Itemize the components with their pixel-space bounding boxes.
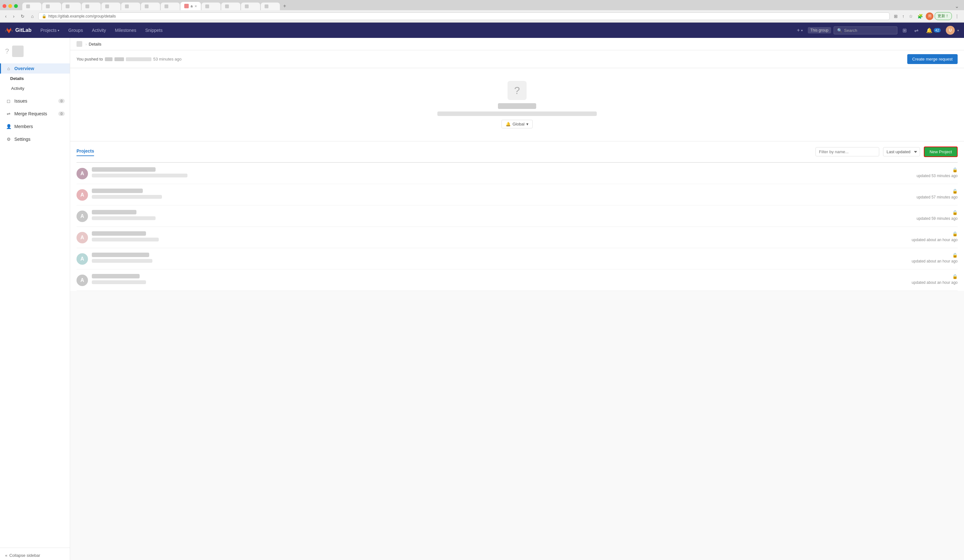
create-new-button[interactable]: + ▾ xyxy=(795,26,805,34)
browser-tab[interactable] xyxy=(22,3,41,10)
sidebar-item-activity[interactable]: Activity xyxy=(0,83,70,93)
profile-icon[interactable]: 用 xyxy=(926,12,933,20)
tabs-overflow-button[interactable]: ⌄ xyxy=(955,3,961,9)
create-merge-request-button[interactable]: Create merge request xyxy=(907,54,957,64)
new-tab-button[interactable]: + xyxy=(280,2,288,10)
browser-tab[interactable] xyxy=(141,3,160,10)
push-info: You pushed to 53 minutes ago xyxy=(77,57,182,62)
project-info xyxy=(92,253,908,263)
sidebar-members-section: 👤 Members xyxy=(0,120,70,133)
project-list: A 🔒 updated 53 minutes ago A xyxy=(77,163,957,291)
new-project-button[interactable]: New Project xyxy=(924,146,957,157)
reload-button[interactable]: ↻ xyxy=(19,13,26,19)
browser-tab[interactable] xyxy=(241,3,260,10)
project-updated-time: updated 53 minutes ago xyxy=(917,174,957,178)
collapse-sidebar-button[interactable]: « Collapse sidebar xyxy=(5,553,40,558)
collapse-icon: « xyxy=(5,553,7,558)
search-icon: 🔍 xyxy=(837,28,842,33)
app-layout: ? ⌂ Overview Details Activity ◻ Issues 0 xyxy=(0,38,964,560)
user-menu-arrow[interactable]: ▾ xyxy=(957,29,959,32)
nav-snippets[interactable]: Snippets xyxy=(141,25,166,35)
main-content: › Details You pushed to 53 minutes ago C… xyxy=(70,38,964,560)
nav-milestones[interactable]: Milestones xyxy=(111,25,140,35)
menu-icon[interactable]: ⋮ xyxy=(953,13,961,20)
lock-icon: 🔒 xyxy=(952,188,957,194)
browser-tab[interactable] xyxy=(202,3,221,10)
nav-projects[interactable]: Projects ▾ xyxy=(37,25,64,35)
sidebar-bottom: « Collapse sidebar xyxy=(0,547,70,560)
notifications-button[interactable]: 🔔 42 xyxy=(923,26,943,35)
projects-section: Projects Last updated Name Created New P… xyxy=(70,141,964,291)
project-avatar: A xyxy=(77,253,88,265)
project-name-redacted xyxy=(92,231,146,236)
update-button[interactable]: 更新！ xyxy=(935,12,952,20)
sidebar-item-merge-requests[interactable]: ⇌ Merge Requests 0 xyxy=(0,109,70,119)
forward-button[interactable]: › xyxy=(11,13,16,19)
extension-icon[interactable]: 🧩 xyxy=(916,13,925,20)
project-list-item: A 🔒 updated about an hour ago xyxy=(77,248,957,269)
sort-select[interactable]: Last updated Name Created xyxy=(883,147,920,156)
translate-icon[interactable]: ⊞ xyxy=(892,13,899,20)
close-tab-icon[interactable]: ✕ xyxy=(194,5,197,8)
browser-chrome: a ✕ + ⌄ ‹ › ↻ ⌂ 🔒 https://gitlab.example… xyxy=(0,0,964,23)
sidebar-item-members[interactable]: 👤 Members xyxy=(0,122,70,131)
home-button[interactable]: ⌂ xyxy=(29,13,35,19)
bookmark-icon[interactable]: ☆ xyxy=(907,13,915,20)
push-notification-bar: You pushed to 53 minutes ago Create merg… xyxy=(70,50,964,68)
sidebar-item-overview[interactable]: ⌂ Overview xyxy=(0,63,70,73)
header-right: + ▾ This group 🔍 Search ⊞ ⇌ 🔔 42 U ▾ xyxy=(795,26,959,35)
browser-tab[interactable] xyxy=(221,3,240,10)
nav-activity[interactable]: Activity xyxy=(88,25,110,35)
close-window-button[interactable] xyxy=(3,4,7,8)
active-browser-tab[interactable]: a ✕ xyxy=(181,2,201,10)
layout-toggle-button[interactable]: ⊞ xyxy=(900,26,909,35)
sidebar-user-area: ? xyxy=(0,43,70,62)
lock-icon: 🔒 xyxy=(952,253,957,258)
project-avatar: A xyxy=(77,168,88,179)
lock-icon: 🔒 xyxy=(952,231,957,236)
gitlab-logo-icon xyxy=(5,26,13,34)
address-bar[interactable]: 🔒 https://gitlab.example.com/group/detai… xyxy=(38,12,890,20)
browser-tab[interactable] xyxy=(42,3,61,10)
group-scope-label: This group xyxy=(808,27,831,34)
project-list-item: A 🔒 updated 57 minutes ago xyxy=(77,184,957,206)
back-button[interactable]: ‹ xyxy=(3,13,8,19)
group-info-section: ? 🔔 Global ▾ xyxy=(70,68,964,141)
branch-name xyxy=(126,57,151,61)
chevron-down-icon: ▾ xyxy=(58,29,59,32)
browser-tab[interactable] xyxy=(101,3,120,10)
browser-tab[interactable] xyxy=(62,3,81,10)
minimize-window-button[interactable] xyxy=(8,4,12,8)
project-name-redacted xyxy=(92,167,156,172)
notification-setting-button[interactable]: 🔔 Global ▾ xyxy=(502,120,533,128)
projects-tab[interactable]: Projects xyxy=(77,148,94,156)
sidebar: ? ⌂ Overview Details Activity ◻ Issues 0 xyxy=(0,38,70,560)
project-avatar: A xyxy=(77,189,88,201)
sidebar-mr-section: ⇌ Merge Requests 0 xyxy=(0,107,70,120)
browser-tab[interactable] xyxy=(261,3,280,10)
project-info xyxy=(92,210,913,220)
merge-requests-icon: ⇌ xyxy=(6,111,11,116)
bell-icon: 🔔 xyxy=(506,122,511,127)
sidebar-settings-section: ⚙ Settings xyxy=(0,133,70,146)
breadcrumb: › Details xyxy=(70,38,964,50)
browser-tab[interactable] xyxy=(121,3,140,10)
gitlab-logo[interactable]: GitLab xyxy=(5,26,31,34)
share-icon[interactable]: ↑ xyxy=(900,13,906,20)
user-avatar[interactable]: U xyxy=(946,26,955,35)
merge-requests-header-button[interactable]: ⇌ xyxy=(912,26,921,35)
project-name-redacted xyxy=(92,188,143,193)
sidebar-item-settings[interactable]: ⚙ Settings xyxy=(0,134,70,144)
sidebar-item-details[interactable]: Details xyxy=(0,73,70,83)
browser-tab[interactable] xyxy=(81,3,101,10)
search-bar[interactable]: 🔍 Search xyxy=(834,26,897,34)
breadcrumb-parent[interactable] xyxy=(77,41,83,47)
project-avatar: A xyxy=(77,232,88,243)
project-meta: 🔒 updated 59 minutes ago xyxy=(917,210,957,221)
nav-groups[interactable]: Groups xyxy=(64,25,87,35)
sidebar-issues-section: ◻ Issues 0 xyxy=(0,95,70,107)
browser-tab[interactable] xyxy=(161,3,180,10)
sidebar-item-issues[interactable]: ◻ Issues 0 xyxy=(0,96,70,106)
maximize-window-button[interactable] xyxy=(14,4,18,8)
filter-by-name-input[interactable] xyxy=(816,147,879,156)
